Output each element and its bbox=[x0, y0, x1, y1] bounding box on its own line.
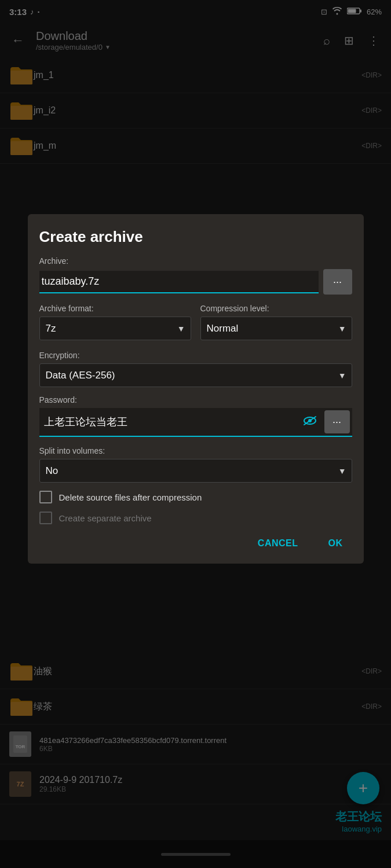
archive-format-col: Archive format: 7z zip tar gz ▼ bbox=[39, 304, 191, 348]
archive-format-select[interactable]: 7z zip tar gz bbox=[39, 317, 191, 340]
dialog-title: Create archive bbox=[39, 228, 352, 246]
split-volumes-wrapper: No 10 MB 100 MB 650 MB (CD) 700 MB (CD) … bbox=[39, 459, 352, 483]
archive-format-label: Archive format: bbox=[39, 304, 191, 313]
archive-label: Archive: bbox=[39, 256, 352, 266]
create-separate-row: Create separate archive bbox=[39, 512, 352, 524]
format-compression-row: Archive format: 7z zip tar gz ▼ Compress… bbox=[39, 304, 352, 348]
password-input[interactable] bbox=[42, 413, 295, 432]
password-more-button[interactable]: ··· bbox=[324, 410, 350, 433]
archive-more-button[interactable]: ··· bbox=[323, 269, 352, 295]
encryption-select[interactable]: None Data (AES-256) Data+Names (AES-256) bbox=[39, 363, 352, 387]
archive-format-wrapper: 7z zip tar gz ▼ bbox=[39, 317, 191, 340]
create-separate-label: Create separate archive bbox=[59, 513, 152, 523]
compression-level-select[interactable]: Store Fastest Fast Normal Maximum Ultra bbox=[200, 317, 352, 340]
compression-level-wrapper: Store Fastest Fast Normal Maximum Ultra … bbox=[200, 317, 352, 340]
delete-source-label: Delete source files after compression bbox=[59, 492, 202, 502]
encryption-label: Encryption: bbox=[39, 351, 352, 360]
password-label: Password: bbox=[39, 395, 352, 404]
ok-button[interactable]: OK bbox=[319, 532, 352, 554]
compression-level-col: Compression level: Store Fastest Fast No… bbox=[200, 304, 352, 348]
archive-name-input[interactable] bbox=[39, 271, 319, 293]
create-separate-checkbox bbox=[39, 512, 52, 524]
create-archive-dialog: Create archive Archive: ··· Archive form… bbox=[28, 214, 364, 564]
compression-level-label: Compression level: bbox=[200, 304, 352, 313]
dialog-buttons: CANCEL OK bbox=[39, 532, 352, 554]
password-row: ··· bbox=[39, 408, 352, 437]
password-toggle-eye-icon[interactable] bbox=[300, 413, 320, 432]
delete-source-checkbox[interactable] bbox=[39, 491, 52, 503]
dialog-overlay: Create archive Archive: ··· Archive form… bbox=[0, 0, 391, 868]
cancel-button[interactable]: CANCEL bbox=[249, 532, 308, 554]
split-volumes-label: Split into volumes: bbox=[39, 446, 352, 455]
encryption-wrapper: None Data (AES-256) Data+Names (AES-256)… bbox=[39, 363, 352, 387]
delete-source-row[interactable]: Delete source files after compression bbox=[39, 491, 352, 503]
archive-name-row: ··· bbox=[39, 269, 352, 295]
split-volumes-select[interactable]: No 10 MB 100 MB 650 MB (CD) 700 MB (CD) … bbox=[39, 459, 352, 483]
